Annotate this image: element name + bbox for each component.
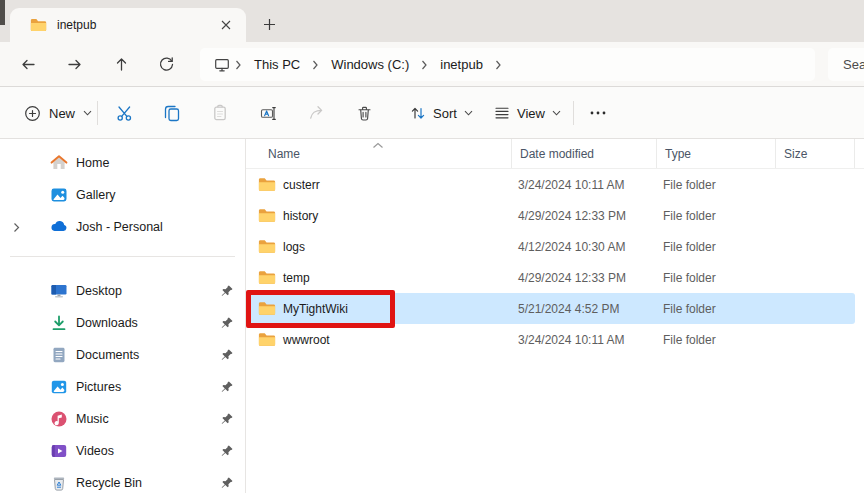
file-name-cell: MyTightWiki [248, 301, 512, 316]
refresh-icon [158, 56, 175, 73]
cut-icon [116, 105, 133, 122]
column-header-date-modified[interactable]: Date modified [512, 139, 657, 168]
pictures-icon [50, 378, 68, 396]
file-row[interactable]: wwwroot 3/24/2024 10:11 AM File folder [248, 324, 855, 355]
sidebar-item-pictures[interactable]: Pictures [4, 372, 240, 402]
column-header-type[interactable]: Type [657, 139, 776, 168]
pin-icon[interactable] [220, 412, 234, 426]
back-button[interactable] [12, 49, 44, 79]
gallery-icon [50, 186, 68, 204]
sidebar-item-onedrive-personal[interactable]: Josh - Personal [4, 212, 240, 242]
file-name-cell: logs [248, 239, 512, 254]
sidebar-item-label: Videos [76, 444, 114, 458]
file-explorer-window: inetpub [0, 0, 864, 493]
address-bar[interactable]: This PC Windows (C:) inetpub [200, 48, 815, 81]
breadcrumb-chevron [418, 60, 431, 70]
desktop-icon [50, 282, 68, 300]
file-name-cell: wwwroot [248, 332, 512, 347]
tab-title: inetpub [57, 18, 214, 32]
sidebar-item-music[interactable]: Music [4, 404, 240, 434]
file-date-modified: 4/29/2024 12:33 PM [512, 209, 657, 223]
sidebar-item-gallery[interactable]: Gallery [4, 180, 240, 210]
music-icon [50, 410, 68, 428]
file-name: custerr [283, 178, 320, 192]
copy-button[interactable] [152, 97, 192, 129]
up-button[interactable] [105, 49, 137, 79]
rename-button[interactable] [248, 97, 288, 129]
file-type: File folder [657, 333, 776, 347]
chevron-down-icon [83, 110, 92, 116]
file-date-modified: 3/24/2024 10:11 AM [512, 178, 657, 192]
file-type: File folder [657, 302, 776, 316]
new-button[interactable]: New [14, 97, 102, 129]
toolbar-divider [97, 101, 98, 125]
file-row[interactable]: temp 4/29/2024 12:33 PM File folder [248, 262, 855, 293]
videos-icon [50, 442, 68, 460]
sort-button[interactable]: Sort [400, 97, 483, 129]
trash-icon [356, 105, 373, 122]
ellipsis-icon [590, 111, 606, 115]
sidebar-item-downloads[interactable]: Downloads [4, 308, 240, 338]
sort-icon [410, 105, 426, 121]
forward-button[interactable] [58, 49, 90, 79]
rename-icon [260, 105, 277, 122]
breadcrumb-this-pc[interactable]: This PC [245, 54, 309, 75]
sidebar-item-documents[interactable]: Documents [4, 340, 240, 370]
file-name-cell: history [248, 208, 512, 223]
new-tab-button[interactable] [256, 11, 282, 37]
file-type: File folder [657, 240, 776, 254]
more-options-button[interactable] [581, 97, 615, 129]
file-name: history [283, 209, 318, 223]
pin-icon[interactable] [220, 348, 234, 362]
paste-button[interactable] [200, 97, 240, 129]
file-date-modified: 3/24/2024 10:11 AM [512, 333, 657, 347]
delete-button[interactable] [344, 97, 384, 129]
file-name-cell: custerr [248, 177, 512, 192]
refresh-button[interactable] [150, 49, 182, 79]
file-row[interactable]: MyTightWiki 5/21/2024 4:52 PM File folde… [248, 293, 855, 324]
copy-icon [163, 104, 181, 122]
plus-circle-icon [24, 105, 41, 122]
sidebar-item-recycle-bin[interactable]: Recycle Bin [4, 468, 240, 493]
pin-icon[interactable] [220, 380, 234, 394]
up-arrow-icon [113, 56, 130, 73]
sidebar-item-videos[interactable]: Videos [4, 436, 240, 466]
sidebar-item-desktop[interactable]: Desktop [4, 276, 240, 306]
column-header-size[interactable]: Size [776, 139, 855, 168]
view-icon [494, 105, 510, 121]
share-button[interactable] [296, 97, 336, 129]
pin-icon[interactable] [220, 476, 234, 490]
pin-icon[interactable] [220, 444, 234, 458]
file-name: MyTightWiki [283, 302, 348, 316]
pin-icon[interactable] [220, 316, 234, 330]
sidebar-item-label: Documents [76, 348, 139, 362]
pin-icon[interactable] [220, 284, 234, 298]
view-button[interactable]: View [484, 97, 571, 129]
navigation-bar: This PC Windows (C:) inetpub Sea [0, 42, 864, 87]
paste-icon [211, 104, 229, 122]
breadcrumb-windows-c[interactable]: Windows (C:) [322, 54, 418, 75]
column-headers: Name Date modified Type Size [246, 139, 864, 169]
file-date-modified: 4/12/2024 10:30 AM [512, 240, 657, 254]
sidebar-divider [10, 256, 235, 257]
cut-button[interactable] [104, 97, 144, 129]
file-row[interactable]: logs 4/12/2024 10:30 AM File folder [248, 231, 855, 262]
file-type: File folder [657, 209, 776, 223]
column-header-name[interactable]: Name [246, 139, 512, 168]
forward-arrow-icon [66, 56, 83, 73]
command-toolbar: New [0, 87, 864, 139]
search-input[interactable]: Sea [828, 48, 864, 81]
navigation-pane: Home Gallery Josh - Personal [0, 139, 246, 493]
chevron-down-icon [464, 110, 473, 116]
folder-icon [258, 239, 276, 254]
breadcrumb-chevron [492, 60, 505, 70]
breadcrumb-chevron [232, 60, 245, 70]
file-row[interactable]: custerr 3/24/2024 10:11 AM File folder [248, 169, 855, 200]
file-row[interactable]: history 4/29/2024 12:33 PM File folder [248, 200, 855, 231]
explorer-tab[interactable]: inetpub [10, 8, 246, 42]
tab-close-button[interactable] [214, 13, 238, 37]
folder-icon [258, 301, 276, 316]
breadcrumb-inetpub[interactable]: inetpub [431, 54, 492, 75]
sidebar-item-home[interactable]: Home [4, 148, 240, 178]
chevron-down-icon [552, 110, 561, 116]
